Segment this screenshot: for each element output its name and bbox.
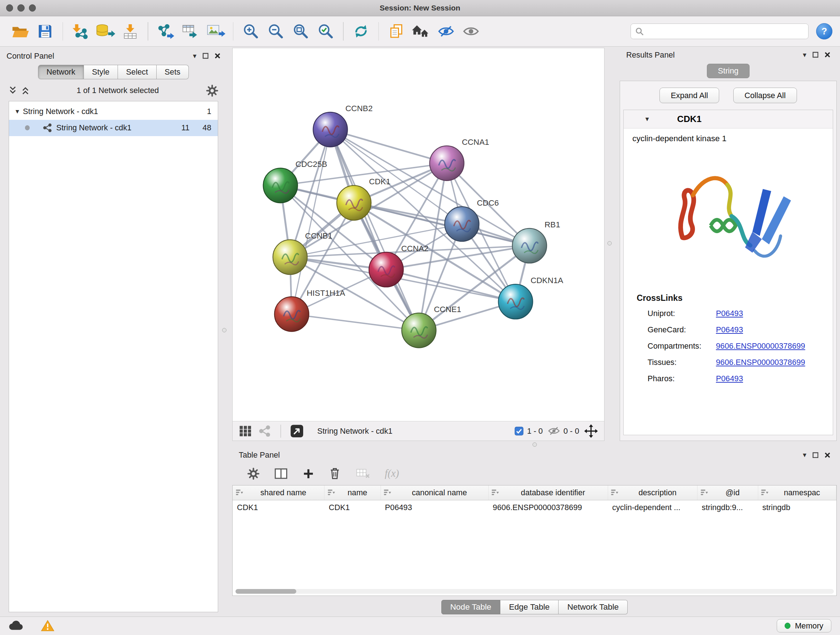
column-header-@id[interactable]: @id <box>698 486 758 500</box>
selected-checkbox-icon[interactable] <box>515 426 524 436</box>
home-button[interactable] <box>409 19 434 44</box>
float-panel-icon[interactable] <box>202 53 209 59</box>
tab-node-table[interactable]: Node Table <box>441 600 500 614</box>
tab-network[interactable]: Network <box>38 65 84 79</box>
tab-sets[interactable]: Sets <box>156 65 189 79</box>
tab-select[interactable]: Select <box>118 65 156 79</box>
close-panel-icon[interactable] <box>215 53 221 59</box>
open-session-button[interactable] <box>8 19 33 44</box>
network-node-CCNA1[interactable] <box>430 146 464 181</box>
section-expand-icon[interactable]: ▾ <box>645 116 649 123</box>
import-network-database-button[interactable] <box>93 19 118 44</box>
network-node-CCNB2[interactable] <box>313 112 347 147</box>
table-settings-gear-icon[interactable] <box>248 468 259 480</box>
gene-section: ▾ CDK1 cyclin-dependent kinase 1 <box>623 110 833 435</box>
zoom-out-button[interactable] <box>264 19 288 44</box>
export-image-button[interactable] <box>203 19 228 44</box>
column-header-shared-name[interactable]: shared name <box>233 486 325 500</box>
collapse-all-button[interactable]: Collapse All <box>733 88 797 103</box>
show-panel-button[interactable] <box>459 19 484 44</box>
network-node-HIST1H1A[interactable] <box>275 297 309 332</box>
zoom-fit-button[interactable] <box>288 19 313 44</box>
grid-view-icon[interactable] <box>239 425 252 437</box>
close-panel-icon[interactable] <box>824 52 831 58</box>
import-table-icon <box>122 23 139 40</box>
expand-all-icon[interactable] <box>21 86 30 95</box>
network-graph[interactable]: CCNB2CCNA1CDC25BCDK1CDC6RB1CCNB1CCNA2CDK… <box>233 48 604 421</box>
float-panel-icon[interactable] <box>813 452 819 458</box>
zoom-in-button[interactable] <box>238 19 264 44</box>
crosslink-link[interactable]: P06493 <box>716 373 743 385</box>
column-header-namespac[interactable]: namespac <box>758 486 836 500</box>
gene-section-header[interactable]: ▾ CDK1 <box>624 110 833 128</box>
column-header-name[interactable]: name <box>325 486 381 500</box>
tree-expand-icon[interactable]: ▾ <box>16 108 19 115</box>
table-row[interactable]: CDK1CDK1P064939606.ENSP00000378699cyclin… <box>233 500 836 515</box>
crosslink-link[interactable]: P06493 <box>716 308 743 319</box>
horizontal-splitter[interactable] <box>232 441 837 448</box>
network-row[interactable]: String Network - cdk1 11 48 <box>9 120 218 136</box>
horizontal-scrollbar[interactable] <box>235 589 834 594</box>
documents-button[interactable] <box>384 19 409 44</box>
import-table-button[interactable] <box>118 19 143 44</box>
network-edge-CCNB2-HIST1H1A[interactable] <box>292 130 330 314</box>
network-node-CDK1[interactable] <box>337 185 371 220</box>
delete-column-trash-icon[interactable] <box>329 467 341 480</box>
column-header-description[interactable]: description <box>608 486 698 500</box>
tab-style[interactable]: Style <box>84 65 118 79</box>
scrollbar-thumb[interactable] <box>235 589 296 594</box>
results-splitter-handle[interactable] <box>607 241 612 245</box>
add-column-icon[interactable] <box>302 468 314 480</box>
hide-panels-button[interactable] <box>434 19 459 44</box>
cloud-icon[interactable] <box>9 621 24 631</box>
zoom-selected-button[interactable] <box>313 19 338 44</box>
refresh-button[interactable] <box>348 19 373 44</box>
crosslink-link[interactable]: 9606.ENSP00000378699 <box>716 340 805 352</box>
network-node-CDC25B[interactable] <box>264 168 298 203</box>
network-node-CCNB1[interactable] <box>273 240 307 274</box>
import-network-file-button[interactable] <box>68 19 93 44</box>
tab-edge-table[interactable]: Edge Table <box>500 600 559 614</box>
column-header-canonical-name[interactable]: canonical name <box>381 486 488 500</box>
network-node-CDC6[interactable] <box>445 207 479 241</box>
network-edge-CCNE1-HIST1H1A[interactable] <box>292 314 419 331</box>
export-view-icon[interactable] <box>290 424 304 438</box>
search-input[interactable] <box>647 27 804 36</box>
panel-menu-icon[interactable]: ▾ <box>193 52 196 60</box>
network-collection-row[interactable]: ▾ String Network - cdk1 1 <box>9 103 218 120</box>
crosslink-link[interactable]: P06493 <box>716 324 743 336</box>
show-columns-icon[interactable] <box>274 467 288 480</box>
expand-all-button[interactable]: Expand All <box>660 88 719 103</box>
pan-move-icon[interactable] <box>584 424 598 438</box>
panel-menu-icon[interactable]: ▾ <box>803 51 806 59</box>
network-canvas[interactable]: CCNB2CCNA1CDC25BCDK1CDC6RB1CCNB1CCNA2CDK… <box>233 48 604 421</box>
gear-icon[interactable] <box>206 85 218 97</box>
memory-button[interactable]: Memory <box>777 619 831 632</box>
window-zoom-button[interactable] <box>29 4 36 11</box>
help-button[interactable]: ? <box>816 23 832 40</box>
network-node-CCNE1[interactable] <box>401 313 436 348</box>
network-edge-CCNB2-CCNE1[interactable] <box>330 130 419 331</box>
crosslink-label: Pharos: <box>647 373 716 385</box>
warning-icon[interactable] <box>41 619 55 632</box>
network-node-RB1[interactable] <box>512 228 546 263</box>
vertical-splitter-handle[interactable] <box>222 328 226 333</box>
panel-menu-icon[interactable]: ▾ <box>803 451 806 459</box>
crosslink-link[interactable]: 9606.ENSP00000378699 <box>716 356 805 368</box>
hidden-eye-icon[interactable] <box>548 426 561 436</box>
tab-string[interactable]: String <box>707 64 750 78</box>
network-node-CCNA2[interactable] <box>369 252 403 287</box>
network-from-table-button[interactable] <box>178 19 203 44</box>
network-node-CDKN1A[interactable] <box>499 284 533 319</box>
close-panel-icon[interactable] <box>824 452 831 458</box>
search-box[interactable] <box>630 24 808 40</box>
window-minimize-button[interactable] <box>17 4 25 11</box>
column-header-database-identifier[interactable]: database identifier <box>488 486 608 500</box>
float-panel-icon[interactable] <box>813 52 819 58</box>
collapse-all-icon[interactable] <box>9 86 17 95</box>
share-view-icon[interactable] <box>259 425 271 437</box>
window-close-button[interactable] <box>6 4 13 11</box>
tab-network-table[interactable]: Network Table <box>559 600 628 614</box>
new-network-selection-button[interactable] <box>153 19 178 44</box>
save-session-button[interactable] <box>33 19 57 44</box>
